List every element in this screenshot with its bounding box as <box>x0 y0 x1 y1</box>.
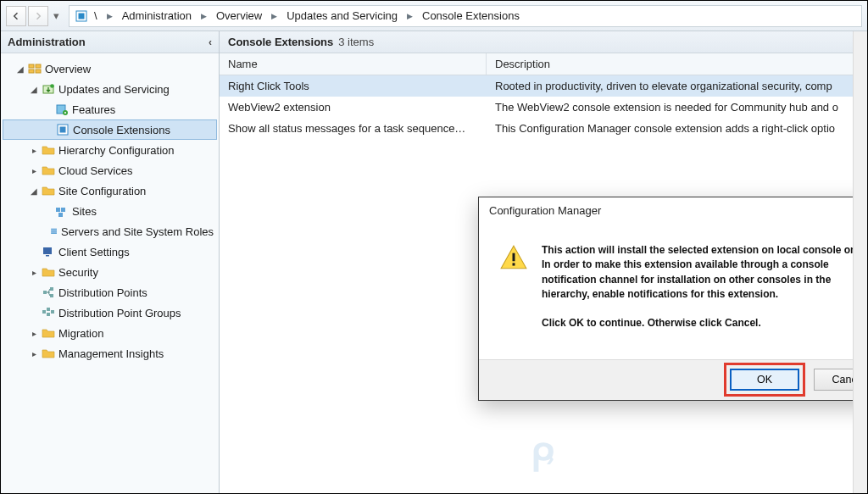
tree-label: Servers and Site System Roles <box>61 225 214 238</box>
breadcrumb-item[interactable]: Console Extensions <box>420 8 522 24</box>
tree-label: Sites <box>72 205 97 218</box>
tree-node-servers-roles[interactable]: ▸ Servers and Site System Roles <box>3 221 217 241</box>
cell-name: Right Click Tools <box>220 80 487 92</box>
svg-rect-11 <box>60 127 66 133</box>
tree-node-hierarchy-config[interactable]: ▸ Hierarchy Configuration <box>3 140 217 160</box>
tree-node-sites[interactable]: ▸ Sites <box>3 201 217 221</box>
cell-name: WebView2 extension <box>220 101 487 114</box>
servers-icon <box>50 225 58 238</box>
chevron-right-icon: ▶ <box>268 12 281 20</box>
table-row[interactable]: Right Click Tools Rooted in productivity… <box>220 75 867 97</box>
table-row[interactable]: WebView2 extension The WebView2 console … <box>220 97 867 118</box>
svg-rect-14 <box>58 213 63 217</box>
svg-rect-17 <box>51 233 57 235</box>
ok-button[interactable]: OK <box>730 369 799 391</box>
warning-icon <box>499 243 528 272</box>
tree-node-site-config[interactable]: ◢ Site Configuration <box>3 180 217 201</box>
cell-name: Show all status messages for a task sequ… <box>220 122 487 135</box>
table-row[interactable]: Show all status messages for a task sequ… <box>220 118 867 139</box>
tree-node-console-extensions[interactable]: ▸ Console Extensions <box>3 119 217 140</box>
tree-label: Features <box>72 103 115 116</box>
breadcrumb-item[interactable]: Overview <box>214 8 264 24</box>
tree-label: Updates and Servicing <box>58 83 170 96</box>
nav-tree[interactable]: ◢ Overview ◢ Updates and Servicing ▸ Fea… <box>1 53 219 493</box>
expand-arrow-icon[interactable]: ▸ <box>28 349 40 358</box>
dialog-body-1: This action will install the selected ex… <box>542 243 868 303</box>
console-extensions-icon <box>56 123 70 136</box>
expand-arrow-icon[interactable]: ▸ <box>28 146 40 155</box>
dialog-configuration-manager: Configuration Manager This action will i… <box>478 197 868 401</box>
expand-arrow-icon[interactable]: ◢ <box>28 186 40 196</box>
chevron-right-icon: ▶ <box>403 12 416 20</box>
tree-node-cloud-services[interactable]: ▸ Cloud Services <box>3 160 217 180</box>
breadcrumb-root[interactable]: \ <box>92 8 100 24</box>
scrollbar[interactable] <box>853 31 867 493</box>
column-header-name[interactable]: Name <box>220 53 487 75</box>
tree-node-security[interactable]: ▸ Security <box>3 262 217 282</box>
breadcrumb[interactable]: \ ▶ Administration ▶ Overview ▶ Updates … <box>69 5 862 27</box>
folder-icon <box>42 164 55 177</box>
svg-rect-12 <box>56 208 60 212</box>
tree-label: Console Extensions <box>73 124 170 136</box>
svg-rect-2 <box>29 64 34 68</box>
svg-rect-18 <box>43 247 52 254</box>
expand-arrow-icon[interactable]: ▸ <box>28 268 40 277</box>
folder-icon <box>42 143 55 157</box>
svg-rect-15 <box>51 229 57 230</box>
item-count: 3 items <box>338 36 374 48</box>
expand-arrow-icon[interactable]: ◢ <box>14 64 26 74</box>
tree-label: Distribution Point Groups <box>58 307 181 319</box>
svg-rect-19 <box>46 255 49 257</box>
folder-icon <box>42 184 55 197</box>
tree-label: Security <box>58 266 98 279</box>
tree-node-distribution-point-groups[interactable]: ▸ Distribution Point Groups <box>3 303 217 323</box>
svg-rect-27 <box>513 253 515 262</box>
tree-label: Migration <box>58 327 103 340</box>
tree-label: Overview <box>45 63 91 75</box>
expand-arrow-icon[interactable]: ▸ <box>28 166 40 175</box>
svg-rect-23 <box>42 310 46 314</box>
svg-rect-24 <box>47 308 50 311</box>
sidebar-collapse-button[interactable]: ‹ <box>209 36 212 48</box>
folder-icon <box>42 326 55 340</box>
updates-icon <box>42 82 55 96</box>
tree-node-management-insights[interactable]: ▸ Management Insights <box>3 343 217 364</box>
tree-node-client-settings[interactable]: ▸ Client Settings <box>3 241 217 262</box>
svg-point-7 <box>50 84 54 88</box>
tree-node-distribution-points[interactable]: ▸ Distribution Points <box>3 282 217 303</box>
breadcrumb-item[interactable]: Administration <box>120 8 194 24</box>
tree-node-migration[interactable]: ▸ Migration <box>3 323 217 343</box>
sidebar-title: Administration <box>8 36 86 48</box>
svg-rect-5 <box>36 69 41 73</box>
chevron-right-icon: ▶ <box>103 12 116 20</box>
nav-back-button[interactable] <box>6 6 26 26</box>
tree-label: Management Insights <box>58 347 164 360</box>
cell-description: The WebView2 console extension is needed… <box>487 101 867 114</box>
svg-rect-4 <box>29 69 34 73</box>
expand-arrow-icon[interactable]: ◢ <box>28 85 40 94</box>
sites-icon <box>55 204 69 218</box>
column-header-description[interactable]: Description <box>487 53 867 75</box>
home-icon <box>75 9 88 23</box>
tree-node-features[interactable]: ▸ Features <box>3 99 217 119</box>
svg-rect-13 <box>61 208 65 212</box>
tree-label: Cloud Services <box>58 164 132 177</box>
breadcrumb-item[interactable]: Updates and Servicing <box>284 8 400 24</box>
tree-label: Hierarchy Configuration <box>58 144 175 157</box>
svg-rect-16 <box>51 230 57 232</box>
dialog-title: Configuration Manager <box>489 204 601 217</box>
features-icon <box>55 103 69 116</box>
nav-forward-button[interactable] <box>28 6 48 26</box>
svg-rect-1 <box>79 13 85 19</box>
nav-history-dropdown[interactable]: ▾ <box>50 6 62 26</box>
folder-icon <box>42 265 55 279</box>
tree-node-overview[interactable]: ◢ Overview <box>3 58 217 79</box>
expand-arrow-icon[interactable]: ▸ <box>28 329 40 338</box>
watermark: ᑭ› <box>531 436 556 480</box>
tree-node-updates-servicing[interactable]: ◢ Updates and Servicing <box>3 79 217 99</box>
tree-label: Site Configuration <box>58 185 146 197</box>
svg-rect-25 <box>47 313 50 316</box>
cell-description: This Configuration Manager console exten… <box>487 122 867 135</box>
tree-label: Client Settings <box>58 246 130 258</box>
highlight-annotation: OK <box>724 363 805 397</box>
